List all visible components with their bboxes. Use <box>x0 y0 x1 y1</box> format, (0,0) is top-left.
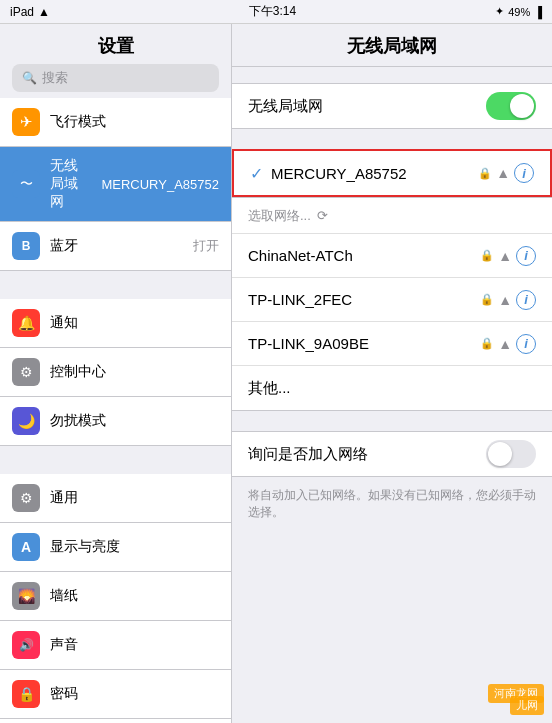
panel-title: 无线局域网 <box>248 34 536 58</box>
network-row-2[interactable]: TP-LINK_9A09BE 🔒 ▲ i <box>232 322 552 366</box>
sidebar-item-label-passcode: 密码 <box>50 685 219 703</box>
network-list-group: 选取网络... ⟳ ChinaNet-ATCh 🔒 ▲ i TP-LINK_2F… <box>232 197 552 411</box>
divider-2 <box>0 446 231 474</box>
toggle-knob <box>510 94 534 118</box>
sidebar-item-airplane[interactable]: ✈ 飞行模式 <box>0 98 231 147</box>
search-box[interactable]: 🔍 搜索 <box>12 64 219 92</box>
sidebar-item-notification[interactable]: 🔔 通知 <box>0 299 231 348</box>
sidebar-item-bluetooth[interactable]: B 蓝牙 打开 <box>0 222 231 271</box>
status-right: ✦ 49% ▐ <box>495 5 542 18</box>
network-icons-2: 🔒 ▲ i <box>480 334 536 354</box>
sidebar-title: 设置 <box>12 34 219 58</box>
bluetooth-sidebar-icon: B <box>12 232 40 260</box>
sidebar-item-badge-wifi: MERCURY_A85752 <box>101 177 219 192</box>
sidebar-item-control[interactable]: ⚙ 控制中心 <box>0 348 231 397</box>
sidebar-item-display[interactable]: A 显示与亮度 <box>0 523 231 572</box>
carrier-label: iPad <box>10 5 34 19</box>
wifi-toggle-row: 无线局域网 <box>232 84 552 128</box>
info-button-2[interactable]: i <box>516 334 536 354</box>
wifi-toggle-group: 无线局域网 <box>232 83 552 129</box>
passcode-icon: 🔒 <box>12 680 40 708</box>
sidebar-item-battery[interactable]: 🔋 电池 <box>0 719 231 723</box>
network-icons: 🔒 ▲ i <box>478 163 534 183</box>
bluetooth-icon: ✦ <box>495 5 504 18</box>
network-name-other: 其他... <box>248 379 536 398</box>
wifi-status-icon: ▲ <box>38 5 50 19</box>
sidebar-item-general[interactable]: ⚙ 通用 <box>0 474 231 523</box>
ask-join-toggle-knob <box>488 442 512 466</box>
wallpaper-icon: 🌄 <box>12 582 40 610</box>
info-button-0[interactable]: i <box>516 246 536 266</box>
network-icons-0: 🔒 ▲ i <box>480 246 536 266</box>
ask-join-description: 将自动加入已知网络。如果没有已知网络，您必须手动选择。 <box>232 483 552 533</box>
wifi-toggle-label: 无线局域网 <box>248 97 476 116</box>
sidebar-item-label-notif: 通知 <box>50 314 219 332</box>
display-icon: A <box>12 533 40 561</box>
notification-icon: 🔔 <box>12 309 40 337</box>
search-icon: 🔍 <box>22 71 37 85</box>
sidebar-item-label-wallpaper: 墙纸 <box>50 587 219 605</box>
spinner-icon: ⟳ <box>317 208 328 223</box>
connected-network-group: ✓ MERCURY_A85752 🔒 ▲ i <box>232 149 552 197</box>
network-row-0[interactable]: ChinaNet-ATCh 🔒 ▲ i <box>232 234 552 278</box>
wifi-icon: 〜 <box>12 170 40 198</box>
ask-join-row: 询问是否加入网络 <box>232 432 552 476</box>
watermark-2: 儿网 <box>510 696 544 715</box>
control-icon: ⚙ <box>12 358 40 386</box>
search-placeholder: 搜索 <box>42 69 68 87</box>
wifi-icon-1: ▲ <box>498 292 512 308</box>
sidebar-item-label-general: 通用 <box>50 489 219 507</box>
sidebar-list: ✈ 飞行模式 〜 无线局域网 MERCURY_A85752 B 蓝牙 打开 🔔 … <box>0 98 231 723</box>
lock-icon-1: 🔒 <box>480 293 494 306</box>
ask-join-label: 询问是否加入网络 <box>248 445 476 464</box>
wifi-icon-0: ▲ <box>498 248 512 264</box>
panel-content: 无线局域网 ✓ MERCURY_A85752 🔒 ▲ i <box>232 67 552 723</box>
wifi-toggle[interactable] <box>486 92 536 120</box>
select-network-label: 选取网络... <box>248 207 311 225</box>
info-button-1[interactable]: i <box>516 290 536 310</box>
sidebar-item-label: 飞行模式 <box>50 113 209 131</box>
network-row-1[interactable]: TP-LINK_2FEC 🔒 ▲ i <box>232 278 552 322</box>
right-panel-wrapper: 无线局域网 无线局域网 ✓ MERCURY_A85752 <box>232 24 552 723</box>
main-layout: 设置 🔍 搜索 ✈ 飞行模式 〜 无线局域网 MERCURY_A85752 B … <box>0 24 552 723</box>
panel-header: 无线局域网 <box>232 24 552 67</box>
sidebar-item-label-sound: 声音 <box>50 636 219 654</box>
network-name-1: TP-LINK_2FEC <box>248 291 472 308</box>
airplane-icon: ✈ <box>12 108 40 136</box>
connected-network-row[interactable]: ✓ MERCURY_A85752 🔒 ▲ i <box>234 151 550 195</box>
sidebar-item-wifi[interactable]: 〜 无线局域网 MERCURY_A85752 <box>0 147 231 222</box>
sound-icon: 🔊 <box>12 631 40 659</box>
select-network-row: 选取网络... ⟳ <box>232 198 552 234</box>
sidebar-item-label-bt: 蓝牙 <box>50 237 183 255</box>
status-left: iPad ▲ <box>10 5 50 19</box>
donotdisturb-icon: 🌙 <box>12 407 40 435</box>
sidebar-item-label-dnd: 勿扰模式 <box>50 412 219 430</box>
wifi-icon-2: ▲ <box>498 336 512 352</box>
status-bar: iPad ▲ 下午3:14 ✦ 49% ▐ <box>0 0 552 24</box>
network-name-2: TP-LINK_9A09BE <box>248 335 472 352</box>
sidebar-item-passcode[interactable]: 🔒 密码 <box>0 670 231 719</box>
sidebar-item-donotdisturb[interactable]: 🌙 勿扰模式 <box>0 397 231 446</box>
time-label: 下午3:14 <box>249 3 296 20</box>
connected-network-name: MERCURY_A85752 <box>271 165 470 182</box>
lock-icon: 🔒 <box>478 167 492 180</box>
sidebar-item-label-display: 显示与亮度 <box>50 538 219 556</box>
sidebar: 设置 🔍 搜索 ✈ 飞行模式 〜 无线局域网 MERCURY_A85752 B … <box>0 24 232 723</box>
right-panel: 无线局域网 无线局域网 ✓ MERCURY_A85752 <box>232 24 552 723</box>
network-name-0: ChinaNet-ATCh <box>248 247 472 264</box>
sidebar-item-wallpaper[interactable]: 🌄 墙纸 <box>0 572 231 621</box>
sidebar-item-sound[interactable]: 🔊 声音 <box>0 621 231 670</box>
network-row-other[interactable]: 其他... <box>232 366 552 410</box>
info-button[interactable]: i <box>514 163 534 183</box>
ask-join-toggle[interactable] <box>486 440 536 468</box>
divider-1 <box>0 271 231 299</box>
network-icons-1: 🔒 ▲ i <box>480 290 536 310</box>
sidebar-item-badge-bt: 打开 <box>193 237 219 255</box>
sidebar-item-label-control: 控制中心 <box>50 363 219 381</box>
battery-icon: ▐ <box>534 6 542 18</box>
sidebar-item-label-wifi: 无线局域网 <box>50 157 91 211</box>
wifi-signal-icon: ▲ <box>496 165 510 181</box>
sidebar-header: 设置 🔍 搜索 <box>0 24 231 98</box>
lock-icon-0: 🔒 <box>480 249 494 262</box>
checkmark-icon: ✓ <box>250 164 263 183</box>
